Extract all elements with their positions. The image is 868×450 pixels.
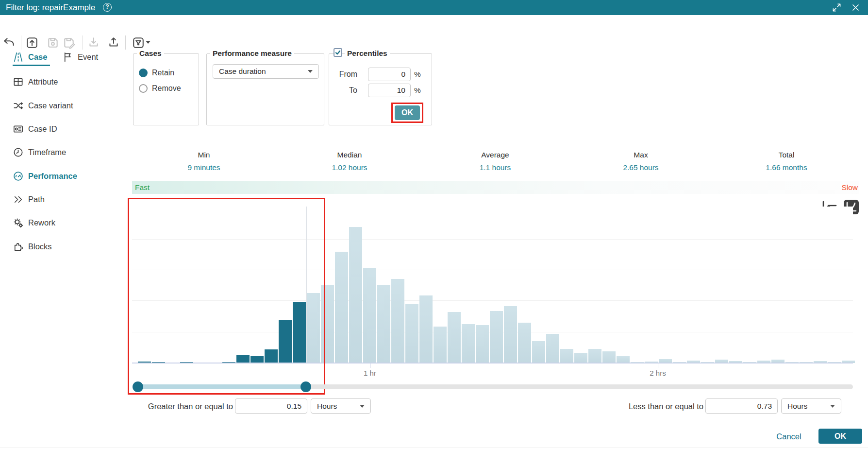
- duration-range-slider[interactable]: [132, 381, 853, 393]
- download-icon[interactable]: [87, 36, 100, 49]
- duration-histogram: 1 hr 2 hrs: [132, 207, 853, 363]
- slow-label: Slow: [841, 183, 858, 192]
- lte-value-input[interactable]: 0.73: [705, 398, 778, 414]
- histogram-bar: [363, 268, 376, 363]
- retain-radio[interactable]: [139, 69, 148, 77]
- performance-measure-select[interactable]: Case duration: [213, 64, 319, 79]
- axis-tick-2hrs: [658, 363, 658, 368]
- close-icon[interactable]: [851, 3, 860, 12]
- tab-case-active-underline: [13, 65, 50, 66]
- sidebar-item-blocks[interactable]: Blocks: [13, 240, 110, 253]
- histogram-bar: [532, 341, 545, 363]
- upload-icon[interactable]: [107, 36, 120, 49]
- stat-average: Average 1.1 hours: [437, 151, 553, 172]
- sidebar-item-path[interactable]: Path: [13, 193, 110, 206]
- save-icon[interactable]: [47, 36, 59, 49]
- sidebar-item-rework[interactable]: Rework: [13, 216, 110, 229]
- performance-measure-panel: Performance measure Case duration: [206, 53, 324, 125]
- bottom-divider: [0, 448, 868, 448]
- table-icon: [13, 76, 24, 87]
- gte-value-input[interactable]: 0.15: [235, 398, 307, 414]
- percentiles-to-input[interactable]: 10: [368, 84, 411, 97]
- save-edit-icon[interactable]: [63, 36, 75, 49]
- histogram-bar: [307, 293, 320, 363]
- sidebar-item-case-variant[interactable]: Case variant: [13, 99, 110, 112]
- percentiles-from-input[interactable]: 0: [368, 68, 411, 81]
- sidebar-item-label: Timeframe: [28, 148, 66, 157]
- undo-icon[interactable]: [3, 36, 16, 49]
- percentiles-ok-button[interactable]: OK: [395, 105, 420, 120]
- histogram-bar: [236, 355, 250, 363]
- lte-unit-value: Hours: [787, 402, 830, 411]
- speed-scale-bar: Fast Slow: [132, 181, 859, 194]
- histogram-bar: [588, 349, 601, 363]
- histogram-bar: [476, 325, 489, 363]
- performance-measure-value: Case duration: [219, 67, 308, 76]
- axis-tick-label: 1 hr: [351, 369, 389, 377]
- histogram-bar: [490, 311, 503, 363]
- performance-measure-legend: Performance measure: [210, 49, 294, 58]
- gridline: [132, 239, 853, 240]
- ok-button[interactable]: OK: [818, 429, 862, 444]
- toolbar: [0, 15, 868, 38]
- sidebar-item-timeframe[interactable]: Timeframe: [13, 146, 110, 158]
- histogram-bar: [504, 306, 517, 363]
- lte-unit-select[interactable]: Hours: [781, 398, 841, 414]
- stat-label: Min: [146, 151, 262, 159]
- sidebar-item-attribute[interactable]: Attribute: [13, 75, 110, 88]
- filter-funnel-icon[interactable]: [132, 36, 145, 49]
- percentiles-checkbox[interactable]: [334, 48, 342, 57]
- cancel-button[interactable]: Cancel: [769, 432, 808, 441]
- sidebar-item-performance[interactable]: Performance: [13, 170, 110, 182]
- tab-event[interactable]: Event: [62, 51, 98, 63]
- tab-case-label: Case: [28, 52, 47, 62]
- filter-dropdown-caret[interactable]: [146, 41, 150, 44]
- retain-radio-row[interactable]: Retain: [139, 69, 174, 77]
- stat-value: 1.1 hours: [437, 163, 553, 172]
- stat-value: 2.65 hours: [583, 163, 699, 172]
- histogram-bar: [518, 323, 531, 363]
- gauge-icon: [13, 171, 24, 182]
- histogram-bar: [391, 279, 404, 363]
- sidebar-item-case-id[interactable]: Case ID: [13, 122, 110, 135]
- tab-case[interactable]: Case: [13, 51, 47, 63]
- expand-icon[interactable]: [832, 3, 841, 12]
- sidebar-item-label: Case ID: [28, 124, 57, 134]
- gte-unit-value: Hours: [317, 402, 360, 411]
- histogram-bar: [265, 349, 278, 363]
- stat-median: Median 1.02 hours: [291, 151, 408, 172]
- chevron-down-icon: [308, 70, 313, 73]
- filter-log-dialog: Filter log: repairExample ?: [0, 0, 868, 450]
- slider-handle-left[interactable]: [133, 381, 143, 392]
- tab-event-label: Event: [78, 52, 98, 62]
- histogram-bar: [419, 295, 433, 363]
- histogram-bar: [560, 349, 573, 363]
- sidebar-item-label: Blocks: [28, 242, 52, 251]
- slider-selected-range[interactable]: [138, 384, 306, 389]
- stat-max: Max 2.65 hours: [583, 151, 699, 172]
- retain-radio-label: Retain: [152, 69, 174, 77]
- fast-label: Fast: [135, 183, 150, 192]
- toolbar-separator: [83, 35, 83, 50]
- histogram-bar: [546, 334, 559, 363]
- histogram-bar: [405, 304, 418, 363]
- remove-radio-row[interactable]: Remove: [139, 84, 181, 93]
- help-icon[interactable]: ?: [103, 3, 112, 12]
- remove-radio-label: Remove: [152, 84, 181, 93]
- double-chevron-icon: [13, 194, 24, 205]
- gte-unit-select[interactable]: Hours: [311, 398, 371, 414]
- remove-radio[interactable]: [139, 84, 148, 93]
- dialog-titlebar: Filter log: repairExample ?: [0, 0, 868, 15]
- histogram-bar: [250, 356, 264, 363]
- histogram-bar: [574, 353, 587, 363]
- sidebar-item-label: Path: [28, 195, 45, 204]
- slider-handle-right[interactable]: [300, 381, 311, 392]
- stat-value: 1.66 months: [728, 163, 845, 172]
- stat-total: Total 1.66 months: [728, 151, 845, 172]
- chevron-down-icon: [360, 405, 365, 408]
- toolbar-separator: [125, 35, 126, 50]
- import-icon[interactable]: [26, 36, 38, 49]
- sidebar-item-label: Rework: [28, 218, 55, 227]
- percentiles-from-label: From: [332, 70, 357, 79]
- flag-icon: [62, 52, 73, 63]
